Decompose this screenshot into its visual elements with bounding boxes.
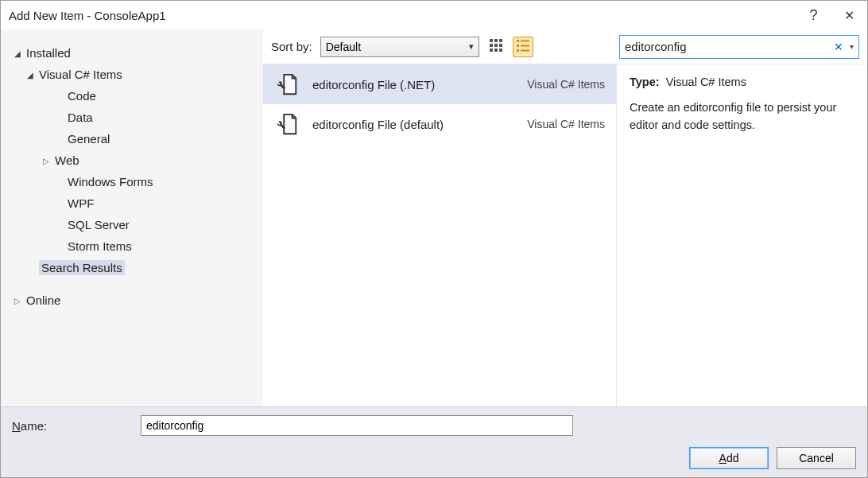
- tree-storm-items[interactable]: Storm Items: [1, 235, 263, 257]
- bottom-bar: Name: Add Cancel: [1, 407, 867, 477]
- tree-label: General: [68, 132, 110, 146]
- close-button[interactable]: ✕: [831, 1, 867, 29]
- template-item-editorconfig-default[interactable]: editorconfig File (default) Visual C# It…: [263, 104, 616, 144]
- tree-label: SQL Server: [68, 218, 130, 231]
- button-row: Add Cancel: [12, 447, 856, 469]
- list-view-button[interactable]: [513, 37, 533, 57]
- tree-label: WPF: [68, 196, 94, 210]
- svg-rect-6: [490, 49, 493, 52]
- template-area: Sort by: Default ▾: [263, 29, 867, 406]
- name-label: Name:: [12, 419, 131, 433]
- tree-label: Installed: [26, 46, 71, 60]
- chevron-right-icon: [41, 155, 52, 166]
- titlebar: Add New Item - ConsoleApp1 ? ✕: [1, 1, 867, 29]
- list-detail-area: editorconfig File (.NET) Visual C# Items…: [263, 64, 867, 406]
- tree-general[interactable]: General: [1, 128, 263, 150]
- tree-data[interactable]: Data: [1, 107, 263, 128]
- tree-online[interactable]: Online: [1, 290, 263, 311]
- file-wrench-icon: [274, 111, 300, 137]
- tree-label: Code: [68, 89, 96, 103]
- category-tree: Installed Visual C# Items Code Data Gene…: [1, 29, 263, 406]
- search-dropdown-button[interactable]: ▾: [850, 42, 854, 51]
- sort-by-label: Sort by:: [271, 40, 312, 53]
- toolbar-row: Sort by: Default ▾: [263, 29, 867, 64]
- dialog-window: Add New Item - ConsoleApp1 ? ✕ Installed…: [0, 0, 868, 478]
- search-input[interactable]: [625, 40, 827, 53]
- template-item-editorconfig-net[interactable]: editorconfig File (.NET) Visual C# Items: [263, 64, 616, 104]
- help-button[interactable]: ?: [796, 1, 831, 29]
- detail-type-value: Visual C# Items: [666, 76, 746, 88]
- template-label: editorconfig File (default): [312, 118, 514, 131]
- detail-description: Create an editorconfig file to persist y…: [630, 99, 854, 134]
- svg-rect-1: [494, 39, 498, 42]
- svg-rect-5: [499, 44, 502, 47]
- tree-wpf[interactable]: WPF: [1, 192, 263, 214]
- sort-by-dropdown[interactable]: Default ▾: [320, 37, 479, 57]
- tree-windows-forms[interactable]: Windows Forms: [1, 171, 263, 192]
- svg-rect-11: [517, 45, 519, 47]
- svg-rect-14: [521, 49, 529, 51]
- svg-rect-13: [517, 49, 519, 52]
- add-button[interactable]: Add: [689, 447, 769, 469]
- chevron-down-icon: ▾: [469, 41, 474, 52]
- svg-rect-7: [494, 49, 498, 52]
- tree-label: Storm Items: [68, 239, 132, 253]
- svg-rect-10: [521, 40, 529, 41]
- detail-type-row: Type: Visual C# Items: [630, 76, 854, 88]
- chevron-down-icon: [25, 69, 36, 80]
- name-input[interactable]: [141, 415, 573, 436]
- name-row: Name:: [12, 415, 856, 436]
- detail-type-label: Type:: [630, 76, 660, 88]
- tree-label: Visual C# Items: [39, 68, 122, 81]
- tree-label: Data: [68, 111, 93, 124]
- svg-rect-0: [490, 39, 493, 42]
- content-area: Installed Visual C# Items Code Data Gene…: [1, 29, 867, 407]
- tree-label: Online: [26, 293, 60, 307]
- tree-label: Windows Forms: [68, 175, 153, 188]
- tree-label: Web: [55, 154, 79, 167]
- file-wrench-icon: [274, 72, 300, 97]
- svg-rect-12: [521, 45, 529, 46]
- search-box[interactable]: ✕ ▾: [619, 35, 859, 59]
- tiles-view-button[interactable]: [486, 37, 506, 57]
- svg-rect-3: [490, 44, 493, 47]
- tree-label: Search Results: [39, 260, 125, 275]
- tiles-icon: [489, 38, 503, 56]
- template-category: Visual C# Items: [527, 78, 605, 91]
- template-list: editorconfig File (.NET) Visual C# Items…: [263, 64, 617, 406]
- tree-web[interactable]: Web: [1, 150, 263, 171]
- chevron-down-icon: [12, 48, 23, 59]
- template-label: editorconfig File (.NET): [312, 78, 514, 91]
- tree-visual-csharp-items[interactable]: Visual C# Items: [1, 64, 263, 85]
- svg-rect-4: [494, 44, 498, 47]
- detail-pane: Type: Visual C# Items Create an editorco…: [617, 64, 867, 406]
- template-category: Visual C# Items: [527, 118, 605, 130]
- clear-search-button[interactable]: ✕: [832, 41, 845, 53]
- tree-installed[interactable]: Installed: [1, 42, 263, 64]
- cancel-button[interactable]: Cancel: [777, 447, 856, 469]
- svg-rect-8: [499, 49, 502, 52]
- window-title: Add New Item - ConsoleApp1: [9, 9, 166, 22]
- list-icon: [516, 38, 530, 56]
- tree-search-results[interactable]: Search Results: [1, 257, 263, 278]
- svg-rect-2: [499, 39, 502, 42]
- svg-rect-9: [517, 40, 519, 42]
- tree-code[interactable]: Code: [1, 85, 263, 107]
- chevron-right-icon: [12, 295, 23, 306]
- sort-by-value: Default: [326, 41, 361, 53]
- tree-sql-server[interactable]: SQL Server: [1, 214, 263, 235]
